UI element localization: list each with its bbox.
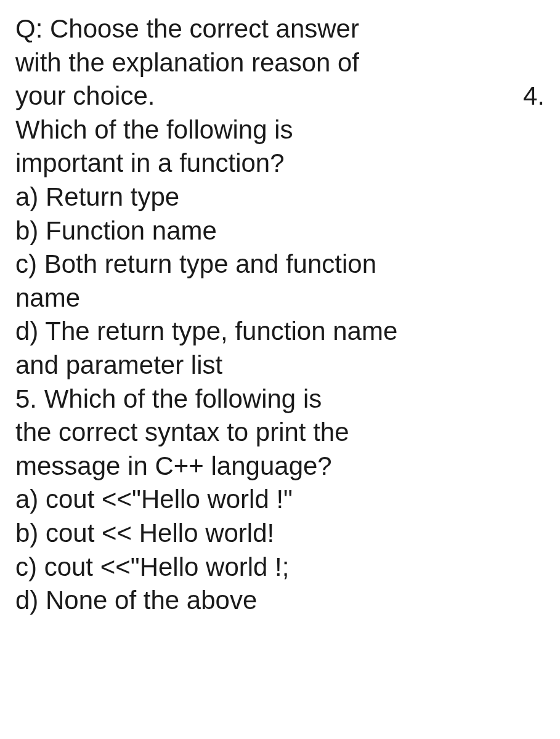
q5-option-b: b) cout << Hello world! [15, 517, 545, 551]
q5-option-c: c) cout <<"Hello world !; [15, 551, 545, 584]
q5-prompt: 5. Which of the following is [15, 382, 545, 416]
q5-prompt: message in C++ language? [15, 450, 545, 483]
q5-option-d: d) None of the above [15, 584, 545, 618]
q4-option-a: a) Return type [15, 180, 545, 214]
intro-line: with the explanation reason of [15, 46, 545, 80]
q4-prompt: Which of the following is [15, 113, 545, 147]
q4-prompt: important in a function? [15, 147, 545, 180]
q4-option-d: and parameter list [15, 349, 545, 382]
q5-prompt: the correct syntax to print the [15, 416, 545, 450]
q4-option-d: d) The return type, function name [15, 315, 545, 349]
intro-line: Q: Choose the correct answer [15, 12, 545, 46]
intro-line-with-number: your choice. 4. [15, 79, 545, 113]
q4-option-c: c) Both return type and function [15, 248, 545, 281]
q4-option-c: name [15, 281, 545, 315]
intro-text: your choice. [15, 79, 155, 113]
question-number: 4. [523, 79, 545, 113]
question-document: Q: Choose the correct answer with the ex… [15, 12, 545, 618]
q4-option-b: b) Function name [15, 214, 545, 248]
q5-option-a: a) cout <<"Hello world !" [15, 483, 545, 517]
